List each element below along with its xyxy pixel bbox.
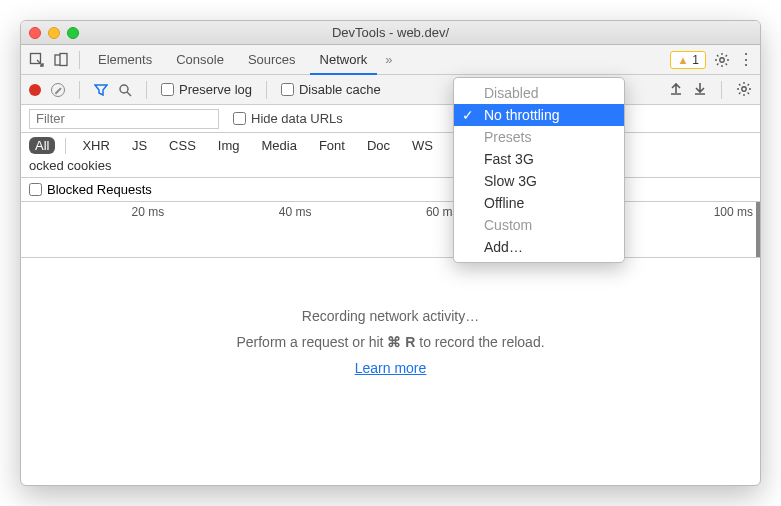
preserve-log-label: Preserve log bbox=[179, 82, 252, 97]
blocked-requests-input[interactable] bbox=[29, 183, 42, 196]
throttle-option-fast-3g[interactable]: Fast 3G bbox=[454, 148, 624, 170]
request-type-filters: All XHR JS CSS Img Media Font Doc WS Man… bbox=[21, 133, 760, 178]
recording-message: Recording network activity… bbox=[302, 308, 479, 324]
filter-icon[interactable] bbox=[94, 83, 108, 97]
hide-data-urls-input[interactable] bbox=[233, 112, 246, 125]
learn-more-link[interactable]: Learn more bbox=[355, 360, 427, 376]
blocked-requests-checkbox[interactable]: Blocked Requests bbox=[29, 182, 152, 197]
minimize-window-button[interactable] bbox=[48, 27, 60, 39]
type-img[interactable]: Img bbox=[212, 137, 246, 154]
type-ws[interactable]: WS bbox=[406, 137, 439, 154]
preserve-log-input[interactable] bbox=[161, 83, 174, 96]
throttle-option-no-throttling[interactable]: ✓ No throttling bbox=[454, 104, 624, 126]
hide-data-urls-checkbox[interactable]: Hide data URLs bbox=[233, 111, 343, 126]
filter-bar: Hide data URLs bbox=[21, 105, 760, 133]
type-all[interactable]: All bbox=[29, 137, 55, 154]
more-tabs-icon[interactable]: » bbox=[381, 52, 396, 67]
throttle-option-slow-3g[interactable]: Slow 3G bbox=[454, 170, 624, 192]
filter-input[interactable] bbox=[29, 109, 219, 129]
svg-rect-2 bbox=[60, 53, 67, 65]
device-toolbar-icon[interactable] bbox=[51, 50, 71, 70]
disable-cache-input[interactable] bbox=[281, 83, 294, 96]
record-button[interactable] bbox=[29, 84, 41, 96]
devtools-window: DevTools - web.dev/ Elements Console Sou… bbox=[20, 20, 761, 486]
timeline-scrollbar[interactable] bbox=[756, 202, 760, 257]
throttle-group-custom: Custom bbox=[454, 214, 624, 236]
separator bbox=[65, 138, 66, 154]
type-js[interactable]: JS bbox=[126, 137, 153, 154]
separator bbox=[721, 81, 722, 99]
timeline-tick: 40 ms bbox=[168, 205, 315, 219]
search-icon[interactable] bbox=[118, 83, 132, 97]
timeline-tick: 20 ms bbox=[21, 205, 168, 219]
type-css[interactable]: CSS bbox=[163, 137, 202, 154]
separator bbox=[79, 81, 80, 99]
type-media[interactable]: Media bbox=[255, 137, 302, 154]
reload-hint: Perform a request or hit ⌘ R to record t… bbox=[236, 334, 544, 350]
warnings-badge[interactable]: ▲ 1 bbox=[670, 51, 706, 69]
settings-icon[interactable] bbox=[714, 52, 730, 68]
titlebar: DevTools - web.dev/ bbox=[21, 21, 760, 45]
network-settings-icon[interactable] bbox=[736, 81, 752, 99]
separator bbox=[266, 81, 267, 99]
zoom-window-button[interactable] bbox=[67, 27, 79, 39]
svg-point-3 bbox=[720, 57, 724, 61]
window-controls bbox=[29, 27, 79, 39]
check-icon: ✓ bbox=[462, 107, 474, 123]
tab-sources[interactable]: Sources bbox=[238, 45, 306, 75]
throttle-option-offline[interactable]: Offline bbox=[454, 192, 624, 214]
blocked-requests-label: Blocked Requests bbox=[47, 182, 152, 197]
inspect-icon[interactable] bbox=[27, 50, 47, 70]
throttle-group-disabled: Disabled bbox=[454, 82, 624, 104]
throttling-dropdown: Disabled ✓ No throttling Presets Fast 3G… bbox=[453, 77, 625, 263]
close-window-button[interactable] bbox=[29, 27, 41, 39]
import-har-icon[interactable] bbox=[669, 81, 683, 99]
separator bbox=[146, 81, 147, 99]
clear-button[interactable] bbox=[51, 83, 65, 97]
tab-elements[interactable]: Elements bbox=[88, 45, 162, 75]
panel-tabs: Elements Console Sources Network » ▲ 1 ⋮ bbox=[21, 45, 760, 75]
export-har-icon[interactable] bbox=[693, 81, 707, 99]
separator bbox=[79, 51, 80, 69]
type-xhr[interactable]: XHR bbox=[76, 137, 115, 154]
warnings-count: 1 bbox=[692, 53, 699, 67]
svg-line-5 bbox=[127, 92, 131, 96]
svg-point-8 bbox=[742, 86, 746, 90]
disable-cache-label: Disable cache bbox=[299, 82, 381, 97]
timeline-tick: 100 ms bbox=[610, 205, 757, 219]
more-options-icon[interactable]: ⋮ bbox=[738, 50, 754, 69]
tab-console[interactable]: Console bbox=[166, 45, 234, 75]
blocked-requests-row: Blocked Requests bbox=[21, 178, 760, 202]
type-font[interactable]: Font bbox=[313, 137, 351, 154]
timeline-tick: 60 ms bbox=[315, 205, 462, 219]
preserve-log-checkbox[interactable]: Preserve log bbox=[161, 82, 252, 97]
tab-network[interactable]: Network bbox=[310, 45, 378, 75]
network-toolbar: Preserve log Disable cache bbox=[21, 75, 760, 105]
blocked-cookies-label-partial: ocked cookies bbox=[29, 158, 111, 173]
empty-state: Recording network activity… Perform a re… bbox=[21, 258, 760, 376]
type-doc[interactable]: Doc bbox=[361, 137, 396, 154]
svg-point-4 bbox=[120, 85, 128, 93]
throttle-option-add[interactable]: Add… bbox=[454, 236, 624, 258]
window-title: DevTools - web.dev/ bbox=[21, 25, 760, 40]
disable-cache-checkbox[interactable]: Disable cache bbox=[281, 82, 381, 97]
warning-icon: ▲ bbox=[677, 54, 688, 66]
hide-data-urls-label: Hide data URLs bbox=[251, 111, 343, 126]
throttle-group-presets: Presets bbox=[454, 126, 624, 148]
timeline[interactable]: 20 ms 40 ms 60 ms 100 ms bbox=[21, 202, 760, 258]
